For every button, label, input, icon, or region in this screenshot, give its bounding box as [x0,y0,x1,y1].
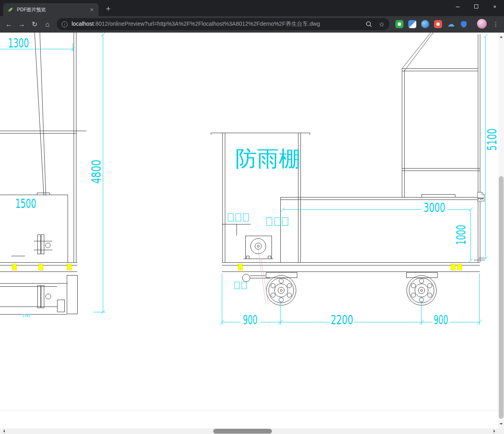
right-wheel [407,276,436,305]
scrollbar-corner [498,428,504,434]
dim-1500: 1500 [15,196,36,211]
titlebar: PDF图片预览 × + ─ × [0,0,504,16]
back-button[interactable]: ← [4,19,14,30]
browser-menu-icon[interactable]: ⋮ [493,20,498,29]
dim-1300: 1300 [8,35,29,51]
profile-avatar[interactable] [477,19,487,29]
address-bar[interactable]: i localhost:8012/onlinePreview?url=http%… [57,18,389,30]
home-button[interactable]: ⌂ [42,19,53,30]
new-tab-button[interactable]: + [103,4,113,14]
highlight-marks [12,264,462,270]
browser-tab[interactable]: PDF图片预览 × [3,3,99,16]
extension-red-icon[interactable] [434,20,442,28]
maximize-icon [474,4,478,8]
dwg-preview-canvas: 1300 1500 4800 5100 3000 1000 900 2200 9… [0,33,498,428]
left-wheel [266,276,296,305]
horizontal-scrollbar-thumb[interactable] [213,429,272,434]
tab-title: PDF图片预览 [17,6,85,13]
pdf-badge-label: PDF [478,197,484,200]
page-info-icon[interactable]: i [62,21,68,27]
cad-dark-lines [0,33,485,314]
extension-google-translate-icon[interactable] [408,20,416,28]
dim-5100: 5100 [484,129,498,151]
extension-cloud-icon[interactable]: ☁ [447,20,455,28]
window-controls: ─ × [448,0,504,14]
bookmark-star-icon[interactable]: ☆ [379,21,385,28]
url-path: :8012/onlinePreview?url=http%3A%2F%2Floc… [94,21,320,27]
scroll-down-arrow[interactable] [500,423,503,426]
extension-blue-circle-icon[interactable] [421,20,429,28]
minimize-button[interactable]: ─ [448,0,467,13]
url-text: localhost:8012/onlinePreview?url=http%3A… [72,21,361,28]
scroll-up-arrow[interactable] [500,35,503,38]
dim-900-left: 900 [243,312,257,327]
dim-2200: 2200 [331,312,353,327]
omnibox-actions: ☆ [365,21,385,28]
tab-close-icon[interactable]: × [88,6,95,13]
url-host: localhost [72,21,94,27]
zoom-icon[interactable] [365,21,372,28]
dim-1000: 1000 [453,225,469,245]
dim-3000: 3000 [424,200,445,215]
dim-900-right: 900 [434,312,448,327]
dim-4800: 4800 [88,160,104,184]
scroll-left-arrow[interactable] [2,430,5,433]
horizontal-scrollbar[interactable] [0,428,498,434]
vertical-scrollbar[interactable] [498,33,504,428]
shield-icon [460,20,468,28]
dim-small: 1785 [22,314,30,318]
browser-toolbar: ← → ↻ ⌂ i localhost:8012/onlinePreview?u… [0,16,504,33]
dimension-texts: 1300 1500 4800 5100 3000 1000 900 2200 9… [8,35,498,327]
spring-boot-favicon [7,6,14,13]
vertical-scrollbar-thumb[interactable] [499,176,504,419]
extension-translate-icon[interactable] [395,20,403,28]
close-button[interactable]: × [485,0,504,13]
scroll-right-arrow[interactable] [494,430,497,433]
extension-shield-icon[interactable] [460,20,468,28]
canopy-label: 防雨棚 [235,146,300,171]
cad-drawing: 1300 1500 4800 5100 3000 1000 900 2200 9… [0,33,498,428]
pdf-file-icon[interactable]: PDF [477,192,484,201]
maximize-button[interactable] [467,0,485,13]
forward-button[interactable]: → [16,19,27,30]
reload-button[interactable]: ↻ [29,19,40,30]
